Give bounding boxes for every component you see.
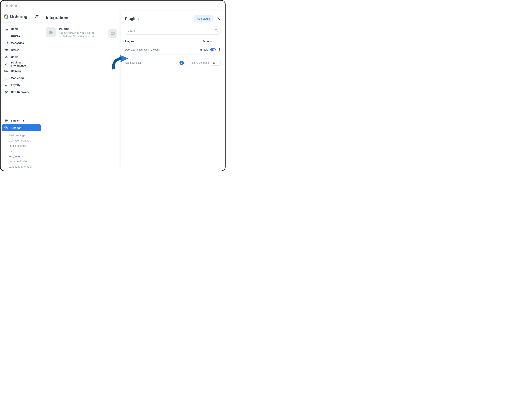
- subnav-countries-cities[interactable]: Countries/Cities: [8, 159, 42, 164]
- svg-point-4: [6, 93, 6, 94]
- sidebar-item-marketing[interactable]: Marketing: [0, 75, 42, 82]
- collapse-icon: [35, 15, 39, 18]
- plugins-card-monitor: [108, 29, 117, 38]
- sidebar-collapse-button[interactable]: [35, 15, 39, 19]
- sidebar-item-orders[interactable]: Orders: [0, 32, 42, 39]
- users-icon: [4, 55, 8, 59]
- panel-header-actions: Add plugin: [194, 15, 221, 22]
- integrations-column: Integrations Plugins This functionality …: [42, 11, 121, 171]
- plugins-table-header: Plugins Actions: [125, 40, 221, 45]
- chart-icon: [4, 62, 8, 66]
- panel-header: Plugins Add plugin: [125, 15, 221, 22]
- svg-point-0: [5, 56, 6, 57]
- subnav-language-manager[interactable]: Language Manager: [8, 164, 42, 169]
- sidebar-item-loyalty[interactable]: Loyalty: [0, 82, 42, 88]
- subnav-operation-settings[interactable]: Operation Settings: [8, 138, 42, 143]
- subnav-plugin-settings[interactable]: Plugin settings: [8, 143, 42, 148]
- store-icon: [4, 48, 8, 52]
- enable-toggle[interactable]: [210, 48, 216, 51]
- settings-submenu: Basic settings Operation Settings Plugin…: [0, 132, 42, 169]
- close-panel-button[interactable]: [217, 17, 221, 21]
- col-plugins: Plugins: [125, 40, 134, 43]
- plugins-card[interactable]: Plugins This functionality serves to ext…: [46, 27, 117, 38]
- sidebar-item-settings[interactable]: Settings: [2, 124, 41, 131]
- table-row[interactable]: DoorDash Integration (1 Hooks) Enable: [125, 45, 221, 55]
- app-window: Ordering Home: [0, 0, 226, 171]
- page-next-button[interactable]: [186, 62, 188, 64]
- page-title: Integrations: [46, 15, 117, 20]
- search-box[interactable]: [125, 27, 221, 35]
- table-footer: Add new plugin 1 Items per page: [125, 60, 221, 66]
- logo[interactable]: Ordering: [4, 14, 27, 19]
- sidebar-item-stores[interactable]: Stores: [0, 46, 42, 53]
- sidebar-item-label: Home: [11, 27, 19, 30]
- window-dot: [15, 5, 17, 7]
- plugins-card-body: Plugins This functionality serves to ext…: [59, 27, 97, 38]
- chevron-down-icon: [216, 62, 219, 64]
- sidebar-item-label: Delivery: [11, 69, 21, 72]
- gear-icon: [4, 126, 8, 130]
- search-input[interactable]: [128, 29, 215, 32]
- page-current[interactable]: 1: [179, 61, 184, 65]
- search-icon: [215, 29, 218, 32]
- col-actions: Actions: [203, 40, 221, 43]
- pagination: 1: [175, 61, 188, 65]
- window-dot: [10, 5, 13, 7]
- app-body: Ordering Home: [0, 11, 225, 171]
- items-per-page: Items per page 10: [192, 60, 221, 66]
- card-description: This functionality serves to extend the …: [59, 31, 97, 38]
- svg-point-5: [7, 93, 7, 94]
- sidebar-item-messages[interactable]: Messages: [0, 39, 42, 46]
- logo-icon: [4, 14, 8, 19]
- cart-icon: [4, 90, 8, 94]
- chevron-down-icon: ▼: [22, 119, 25, 122]
- svg-point-3: [7, 72, 7, 72]
- chevron-right-icon: [186, 62, 188, 64]
- ipp-select[interactable]: 10: [211, 60, 221, 66]
- bulb-icon: [4, 83, 8, 87]
- row-menu-button[interactable]: [218, 47, 221, 52]
- enable-label: Enable: [200, 48, 208, 51]
- language-label: English: [11, 119, 20, 122]
- sidebar-item-delivery[interactable]: Delivery: [0, 67, 42, 75]
- sidebar-item-label: Orders: [11, 34, 20, 38]
- sidebar-item-label: Users: [11, 55, 19, 58]
- sidebar-item-bi[interactable]: Business Intelligence: [0, 60, 42, 67]
- chat-icon: [4, 41, 8, 45]
- sidebar-item-users[interactable]: Users: [0, 53, 42, 60]
- sidebar-item-label: Stores: [11, 48, 19, 51]
- main-nav: Home Orders Messages: [0, 22, 42, 117]
- puzzle-icon: [46, 27, 56, 37]
- subnav-integrations[interactable]: Integrations: [8, 154, 42, 159]
- list-icon: [4, 34, 8, 38]
- sidebar-item-home[interactable]: Home: [0, 25, 42, 32]
- sidebar-header: Ordering: [0, 13, 42, 22]
- add-new-plugin-link[interactable]: Add new plugin: [125, 61, 142, 64]
- sidebar-item-label: Cart Recovery: [11, 90, 29, 94]
- language-selector[interactable]: English ▼: [0, 117, 42, 124]
- settings-label: Settings: [11, 126, 21, 129]
- page-prev-button[interactable]: [175, 62, 178, 64]
- svg-point-2: [5, 72, 5, 72]
- sidebar-item-label: Messages: [11, 41, 24, 44]
- titlebar: [0, 0, 225, 11]
- subnav-basic-settings[interactable]: Basic settings: [8, 133, 42, 138]
- logo-text: Ordering: [10, 14, 27, 19]
- add-plugin-button[interactable]: Add plugin: [194, 15, 214, 22]
- sidebar: Ordering Home: [0, 11, 42, 171]
- ipp-label: Items per page: [192, 61, 209, 64]
- svg-rect-8: [111, 32, 114, 35]
- plugin-name: DoorDash Integration (1 Hooks): [125, 48, 161, 51]
- close-icon: [217, 17, 221, 21]
- row-actions: Enable: [198, 45, 221, 54]
- ipp-value: 10: [213, 61, 215, 64]
- plugins-panel: Plugins Add plugin Plugins Actions: [121, 11, 225, 171]
- sidebar-item-label: Marketing: [11, 76, 24, 79]
- card-title: Plugins: [59, 27, 97, 31]
- globe-icon: [4, 119, 8, 122]
- truck-icon: [4, 69, 8, 73]
- svg-point-1: [6, 56, 7, 57]
- footer-right: 1 Items per page 10: [175, 60, 221, 66]
- subnav-cms[interactable]: CMS: [8, 148, 42, 154]
- sidebar-item-cart-recovery[interactable]: Cart Recovery: [0, 88, 42, 95]
